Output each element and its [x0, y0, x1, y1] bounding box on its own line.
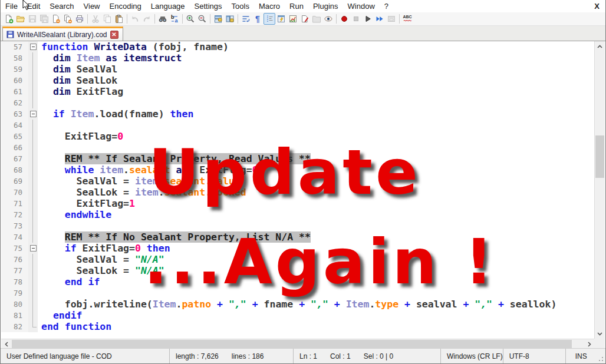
indent-guide-icon[interactable]	[264, 13, 275, 25]
new-file-icon[interactable]	[3, 13, 15, 25]
code-line[interactable]: 73	[1, 220, 594, 231]
fold-margin	[28, 176, 38, 187]
fold-margin	[28, 209, 38, 220]
view-eye-icon[interactable]	[322, 13, 334, 25]
spell-check-icon[interactable]: ABC~~~	[401, 13, 413, 25]
menu-item-help[interactable]: ?	[380, 0, 393, 12]
resize-grip-icon[interactable]	[597, 355, 604, 362]
code-line[interactable]: 76 SealVal = "N/A"	[1, 254, 594, 265]
menu-item-view[interactable]: View	[79, 0, 105, 12]
code-line[interactable]: 57function WriteData (fobj, fname)	[1, 41, 594, 52]
fold-margin	[28, 299, 38, 310]
tab-bar: WriteAllSealant (Library).cod ✕	[1, 26, 605, 41]
code-line[interactable]: 69 SealVal = item.sealant.value	[1, 176, 594, 187]
code-line[interactable]: 68 while item.sealant and ExitFlag=0	[1, 164, 594, 176]
vertical-scrollbar[interactable]	[594, 41, 605, 339]
show-all-characters-icon[interactable]: ¶	[252, 13, 264, 25]
code-text: dim SealLok	[38, 75, 117, 86]
code-line[interactable]: 71 ExitFlag=1	[1, 198, 594, 209]
close-window-button[interactable]: X	[588, 2, 605, 11]
menu-item-macro[interactable]: Macro	[254, 0, 285, 12]
code-line[interactable]: 77 SealLok = "N/A"	[1, 265, 594, 276]
code-line[interactable]: 72 endwhile	[1, 209, 594, 220]
code-line[interactable]: 63 if Item.load(fname) then	[1, 108, 594, 120]
code-line[interactable]: 59 dim SealVal	[1, 64, 594, 75]
menu-item-encoding[interactable]: Encoding	[105, 0, 146, 12]
scroll-left-icon[interactable]	[1, 339, 11, 349]
open-folder-icon[interactable]	[15, 13, 27, 25]
scrollbar-corner	[594, 339, 605, 349]
code-line[interactable]: 80 fobj.writeline(Item.patno + "," + fna…	[1, 299, 594, 310]
code-line[interactable]: 66	[1, 142, 594, 153]
tab-writeallsealant[interactable]: WriteAllSealant (Library).cod ✕	[2, 27, 123, 41]
function-completion-icon[interactable]	[275, 13, 287, 25]
code-editor[interactable]: 57function WriteData (fobj, fname)58 dim…	[1, 41, 594, 339]
fold-toggle[interactable]	[28, 108, 38, 120]
horizontal-scrollbar[interactable]	[1, 339, 594, 349]
menu-item-window[interactable]: Window	[343, 0, 380, 12]
menu-item-run[interactable]: Run	[285, 0, 308, 12]
replace-icon[interactable]: ba	[169, 13, 180, 25]
zoom-out-icon[interactable]	[196, 13, 208, 25]
fold-margin	[28, 164, 38, 176]
status-eol-format[interactable]: Windows (CR LF)	[441, 349, 503, 363]
sync-horizontal-icon[interactable]	[224, 13, 236, 25]
code-line[interactable]: 78 end if	[1, 276, 594, 287]
code-line[interactable]: 79	[1, 287, 594, 299]
toolbar-separator	[210, 14, 210, 24]
undo-icon	[129, 13, 141, 25]
macro-record-icon[interactable]	[338, 13, 350, 25]
line-number: 74	[1, 231, 28, 243]
code-text	[38, 287, 41, 299]
code-line[interactable]: 82end function	[1, 321, 594, 332]
code-line[interactable]: 81 endif	[1, 310, 594, 321]
code-text	[38, 120, 41, 131]
code-line[interactable]: 67 REM ** If Sealant Property, Read Valu…	[1, 153, 594, 164]
fold-margin	[28, 220, 38, 231]
horizontal-scroll-thumb[interactable]	[12, 340, 572, 348]
svg-text:b: b	[171, 14, 174, 20]
fold-toggle[interactable]	[28, 243, 38, 254]
code-line[interactable]: 58 dim Item as itemstruct	[1, 52, 594, 64]
toolbar-separator	[87, 14, 88, 24]
vertical-scroll-thumb[interactable]	[595, 135, 604, 178]
code-line[interactable]: 64	[1, 120, 594, 131]
scroll-down-icon[interactable]	[595, 329, 605, 339]
status-encoding[interactable]: UTF-8	[503, 349, 566, 363]
macro-play-icon[interactable]	[362, 13, 374, 25]
menu-item-tools[interactable]: Tools	[227, 0, 254, 12]
code-line[interactable]: 60 dim SealLok	[1, 75, 594, 86]
sync-vertical-icon[interactable]	[212, 13, 224, 25]
code-line[interactable]: 70 SealLok = item.sealant.locked	[1, 187, 594, 198]
code-line[interactable]: 61 dim ExitFlag	[1, 86, 594, 97]
menu-item-file[interactable]: File	[1, 0, 22, 12]
tab-close-icon[interactable]: ✕	[110, 31, 118, 39]
find-icon[interactable]	[157, 13, 169, 25]
paste-icon[interactable]	[113, 13, 125, 25]
code-line[interactable]: 75 if ExitFlag=0 then	[1, 243, 594, 254]
print-icon[interactable]	[74, 13, 85, 25]
zoom-in-icon[interactable]	[185, 13, 196, 25]
edit-marker-icon[interactable]	[299, 13, 311, 25]
menu-item-plugins[interactable]: Plugins	[308, 0, 343, 12]
close-file-icon[interactable]	[50, 13, 62, 25]
menu-item-edit[interactable]: Edit	[22, 0, 45, 12]
close-all-icon[interactable]	[62, 13, 74, 25]
main-toolbar: ba ¶ ABC~~~	[1, 12, 605, 26]
code-line[interactable]: 74 REM ** If No Sealant Property, List N…	[1, 231, 594, 243]
word-wrap-icon[interactable]	[240, 13, 252, 25]
line-number: 61	[1, 86, 28, 97]
document-monitor-icon[interactable]	[287, 13, 299, 25]
fold-toggle[interactable]	[28, 41, 38, 52]
menu-item-settings[interactable]: Settings	[190, 0, 227, 12]
menu-item-language[interactable]: Language	[146, 0, 190, 12]
code-line[interactable]: 62	[1, 97, 594, 108]
copy-icon	[101, 13, 113, 25]
macro-run-multiple-icon[interactable]	[374, 13, 386, 25]
code-line[interactable]: 65 ExitFlag=0	[1, 131, 594, 142]
scroll-right-icon[interactable]	[584, 339, 594, 349]
code-text: REM ** If Sealant Property, Read Values …	[38, 153, 311, 164]
menu-item-search[interactable]: Search	[45, 0, 78, 12]
line-number: 65	[1, 131, 28, 142]
scroll-up-icon[interactable]	[595, 41, 605, 51]
